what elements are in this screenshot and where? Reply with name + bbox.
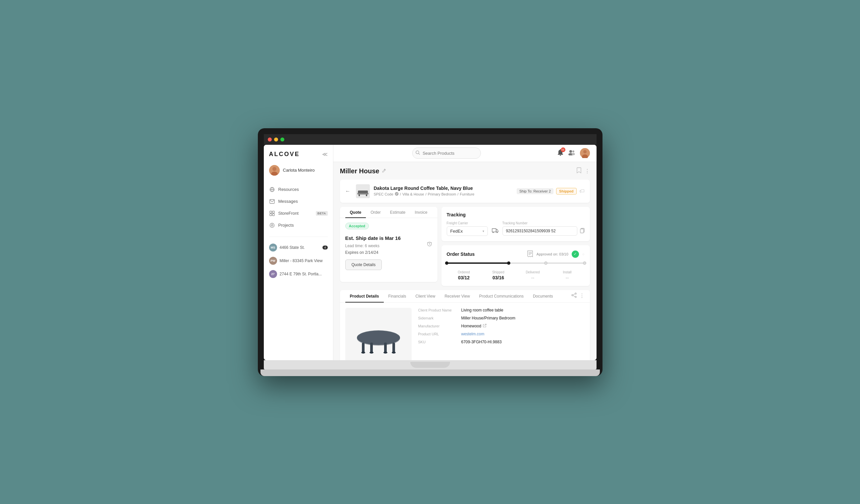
status-toggle[interactable]: ○	[582, 252, 585, 256]
tab-actions: ⋮	[571, 292, 585, 299]
tracking-number-row: 92612931502841509939 52	[502, 226, 585, 235]
window-dot-green[interactable]	[281, 138, 284, 142]
logo: ALCOVE	[269, 151, 300, 158]
step-dot-delivered	[544, 261, 547, 265]
alarm-icon	[427, 241, 432, 248]
svg-point-40	[572, 294, 573, 296]
product-details-tabs-header: Product Details Financials Client View R…	[340, 290, 590, 303]
main-content: 11	[333, 145, 597, 360]
project-item-miller[interactable]: PW Miller - 83345 Park View	[264, 254, 333, 268]
svg-point-15	[560, 155, 561, 156]
copy-icon[interactable]	[580, 228, 585, 234]
tab-quote[interactable]: Quote	[345, 207, 366, 218]
product-thumbnail	[356, 184, 370, 198]
tab-client-view[interactable]: Client View	[411, 290, 440, 303]
step-ordered-value: 03/12	[458, 275, 470, 280]
edit-icon[interactable]	[382, 168, 386, 174]
more-actions-icon[interactable]: ⋮	[585, 168, 590, 174]
tracking-number-label: Tracking Number	[502, 221, 585, 225]
tracking-number-field: Tracking Number 92612931502841509939 52	[502, 221, 585, 235]
window-dot-red[interactable]	[268, 138, 272, 142]
breadcrumb-furniture: Furniture	[460, 192, 474, 196]
notification-count: 11	[561, 147, 565, 152]
progress-fill	[447, 262, 509, 264]
quote-details-button[interactable]: Quote Details	[345, 259, 382, 270]
project-avatar-pw: PW	[269, 257, 277, 265]
svg-point-32	[492, 232, 493, 233]
accepted-badge: Accepted	[345, 223, 369, 229]
tab-order[interactable]: Order	[366, 207, 385, 218]
page-title: Miller House	[340, 167, 379, 175]
back-button[interactable]: ←	[345, 188, 350, 194]
breadcrumb-villa: Villa & House	[402, 192, 424, 196]
step-shipped-label: Shipped	[481, 270, 516, 274]
search-icon	[416, 150, 420, 156]
sidebar-item-resources[interactable]: Resources	[264, 184, 333, 196]
project-item-2744[interactable]: 27 2744 E 79th St. Portla...	[264, 268, 333, 280]
user-avatar-top[interactable]	[580, 148, 590, 158]
label-client-product-name: Client Product Name	[418, 308, 461, 312]
team-icon-button[interactable]	[568, 149, 575, 157]
window-dot-yellow[interactable]	[274, 138, 278, 142]
quote-content: Accepted Est. Ship date is Mar 16 Lead t…	[340, 218, 438, 275]
project-avatar-ms: MS	[269, 244, 277, 251]
sidebar-item-storefront[interactable]: StoreFront BETA	[264, 207, 333, 219]
step-dot-ordered	[445, 261, 448, 265]
step-ordered: Ordered 03/12	[447, 270, 481, 280]
svg-line-42	[573, 294, 575, 295]
carrier-value: FedEx	[450, 229, 463, 234]
tab-estimate[interactable]: Estimate	[385, 207, 410, 218]
svg-line-31	[430, 244, 430, 245]
field-manufacturer: Manufacturer Homewood	[418, 324, 585, 328]
search-input[interactable]	[412, 147, 481, 159]
field-product-url: Product URL westelm.com	[418, 332, 585, 336]
avatar	[269, 165, 280, 176]
share-icon[interactable]	[571, 292, 577, 299]
more-tab-options-icon[interactable]: ⋮	[579, 292, 585, 299]
project-name-4466: 4466 State St.	[280, 245, 305, 250]
svg-rect-6	[270, 200, 274, 203]
approved-check-icon: ✓	[572, 250, 579, 258]
info-section: Quote Order Estimate Invoice Accepted	[340, 207, 590, 286]
carrier-label: Freight Carrier	[447, 221, 488, 225]
svg-rect-9	[270, 214, 272, 216]
svg-point-12	[271, 224, 273, 226]
notification-button[interactable]: 11	[557, 149, 563, 157]
field-sidemark: Sidemark Miller House/Primary Bedroom	[418, 316, 585, 320]
bookmark-icon[interactable]	[577, 167, 581, 175]
user-profile[interactable]: Carlota Monteiro	[264, 162, 333, 181]
svg-rect-8	[272, 211, 274, 213]
tab-documents[interactable]: Documents	[528, 290, 558, 303]
order-status-title: Order Status	[447, 251, 475, 257]
grid-icon	[269, 211, 275, 216]
svg-line-14	[418, 154, 420, 155]
tab-financials[interactable]: Financials	[384, 290, 411, 303]
sidebar-label-storefront: StoreFront	[278, 211, 299, 216]
tab-product-details[interactable]: Product Details	[345, 290, 384, 303]
product-card: ← Dakota Large Round Coffee Table, Navy …	[340, 179, 590, 203]
step-ordered-label: Ordered	[447, 270, 481, 274]
label-sku: SKU	[418, 340, 461, 344]
field-client-product-name: Client Product Name Living room coffee t…	[418, 308, 585, 313]
sidebar-item-messages[interactable]: Messages	[264, 196, 333, 207]
external-link-icon[interactable]	[483, 324, 487, 328]
tab-invoice[interactable]: Invoice	[410, 207, 432, 218]
tab-receiver-view[interactable]: Receiver View	[440, 290, 474, 303]
storefront-beta-badge: BETA	[316, 211, 328, 216]
collapse-sidebar-button[interactable]: ≪	[322, 151, 328, 157]
globe-icon	[269, 187, 275, 192]
svg-point-51	[370, 351, 373, 354]
step-delivered-value: --	[531, 275, 534, 280]
carrier-select[interactable]: FedEx ▾	[447, 226, 488, 236]
tag-icon: 🏷	[579, 188, 585, 194]
step-install: Install --	[550, 270, 585, 280]
product-details-fields: Client Product Name Living room coffee t…	[418, 308, 585, 360]
value-product-url[interactable]: westelm.com	[461, 332, 485, 336]
carrier-field: Freight Carrier FedEx ▾	[447, 221, 488, 236]
project-item-4466[interactable]: MS 4466 State St. 4	[264, 241, 333, 254]
chevron-down-icon: ▾	[483, 229, 484, 233]
tab-product-communications[interactable]: Product Communications	[475, 290, 528, 303]
step-dot-install	[583, 261, 586, 265]
sidebar-item-projects[interactable]: Projects	[264, 219, 333, 231]
tracking-number-value: 92612931502841509939 52	[502, 226, 577, 235]
